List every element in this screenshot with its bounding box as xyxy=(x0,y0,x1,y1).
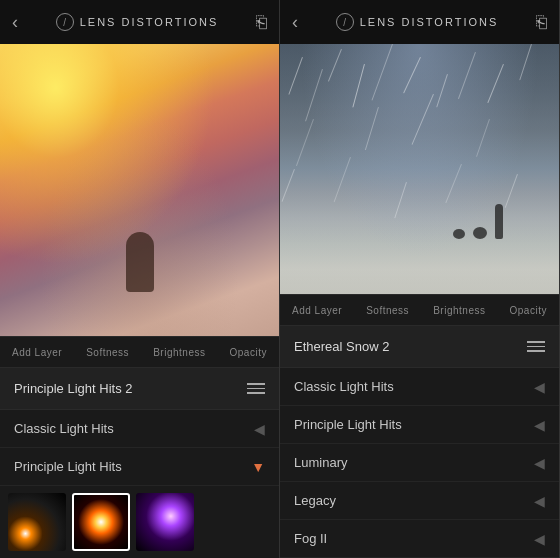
right-dropdown-row[interactable]: Ethereal Snow 2 xyxy=(280,326,559,368)
left-photo-bg xyxy=(0,44,279,336)
snow-6 xyxy=(403,56,421,93)
right-list-label-4: Fog II xyxy=(294,531,327,546)
left-bookmark-button[interactable]: ⎗ xyxy=(256,13,267,31)
right-header-center: / LENS DISTORTIONS xyxy=(336,13,499,31)
right-list-label-0: Classic Light Hits xyxy=(294,379,394,394)
left-panel: ‹ / LENS DISTORTIONS ⎗ Add Layer Softnes… xyxy=(0,0,280,558)
dog1-silhouette xyxy=(453,229,465,239)
right-list-item-1[interactable]: Principle Light Hits ◀ xyxy=(280,406,559,444)
dog2-silhouette xyxy=(473,227,487,239)
snow-10 xyxy=(519,44,532,80)
left-list-label-1: Principle Light Hits xyxy=(14,459,122,474)
left-list-item-1[interactable]: Principle Light Hits ▼ xyxy=(0,448,279,486)
left-menu-line-2 xyxy=(247,388,265,390)
right-list-item-0[interactable]: Classic Light Hits ◀ xyxy=(280,368,559,406)
right-add-layer-button[interactable]: Add Layer xyxy=(292,305,342,316)
right-list-arrow-4: ◀ xyxy=(534,531,545,547)
snow-3 xyxy=(328,49,342,82)
left-add-layer-button[interactable]: Add Layer xyxy=(12,347,62,358)
left-toolbar: Add Layer Softness Brightness Opacity xyxy=(0,336,279,368)
left-softness-button[interactable]: Softness xyxy=(86,347,129,358)
silhouette-group xyxy=(453,204,503,239)
left-list-arrow-1: ▼ xyxy=(251,459,265,475)
snow-8 xyxy=(458,51,476,98)
right-list-arrow-1: ◀ xyxy=(534,417,545,433)
right-list-arrow-3: ◀ xyxy=(534,493,545,509)
snow-16 xyxy=(333,156,350,201)
left-header-center: / LENS DISTORTIONS xyxy=(56,13,219,31)
right-list-item-3[interactable]: Legacy ◀ xyxy=(280,482,559,520)
snow-13 xyxy=(412,94,434,145)
left-header: ‹ / LENS DISTORTIONS ⎗ xyxy=(0,0,279,44)
snow-2 xyxy=(305,69,323,122)
snow-5 xyxy=(371,44,392,101)
right-opacity-button[interactable]: Opacity xyxy=(510,305,547,316)
right-list-arrow-0: ◀ xyxy=(534,379,545,395)
right-menu-line-1 xyxy=(527,341,545,343)
left-list-label-0: Classic Light Hits xyxy=(14,421,114,436)
right-list-item-4[interactable]: Fog II ◀ xyxy=(280,520,559,558)
snow-19 xyxy=(505,174,518,208)
right-brightness-button[interactable]: Brightness xyxy=(433,305,485,316)
person-silhouette xyxy=(495,204,503,239)
snow-1 xyxy=(289,56,304,94)
right-list-item-2[interactable]: Luminary ◀ xyxy=(280,444,559,482)
right-toolbar: Add Layer Softness Brightness Opacity xyxy=(280,294,559,326)
left-opacity-button[interactable]: Opacity xyxy=(230,347,267,358)
snow-4 xyxy=(352,64,365,108)
right-dropdown-label: Ethereal Snow 2 xyxy=(294,339,389,354)
left-back-button[interactable]: ‹ xyxy=(12,13,18,31)
right-back-button[interactable]: ‹ xyxy=(292,13,298,31)
left-menu-line-1 xyxy=(247,383,265,385)
right-menu-line-2 xyxy=(527,346,545,348)
left-list-item-0[interactable]: Classic Light Hits ◀ xyxy=(0,410,279,448)
snow-12 xyxy=(365,106,379,149)
right-menu-icon[interactable] xyxy=(527,341,545,352)
snow-container xyxy=(280,44,559,294)
left-thumb-3[interactable] xyxy=(136,493,194,551)
right-list-label-1: Principle Light Hits xyxy=(294,417,402,432)
left-dropdown-label: Principle Light Hits 2 xyxy=(14,381,133,396)
snow-17 xyxy=(394,181,407,217)
snow-15 xyxy=(281,169,294,202)
right-list-label-3: Legacy xyxy=(294,493,336,508)
right-photo-bg xyxy=(280,44,559,294)
right-app-title: LENS DISTORTIONS xyxy=(360,16,499,28)
right-softness-button[interactable]: Softness xyxy=(366,305,409,316)
snow-9 xyxy=(487,64,504,103)
left-thumb-2[interactable] xyxy=(72,493,130,551)
left-logo-slash: / xyxy=(63,17,66,28)
right-list-label-2: Luminary xyxy=(294,455,347,470)
right-logo-slash: / xyxy=(343,17,346,28)
left-menu-icon[interactable] xyxy=(247,383,265,394)
left-app-title: LENS DISTORTIONS xyxy=(80,16,219,28)
left-thumb-1[interactable] xyxy=(8,493,66,551)
right-menu-line-3 xyxy=(527,350,545,352)
left-logo-icon: / xyxy=(56,13,74,31)
right-list-arrow-2: ◀ xyxy=(534,455,545,471)
right-logo-icon: / xyxy=(336,13,354,31)
right-photo-area xyxy=(280,44,559,294)
left-menu-line-3 xyxy=(247,392,265,394)
snow-14 xyxy=(476,119,490,157)
left-photo-area xyxy=(0,44,279,336)
right-panel: ‹ / LENS DISTORTIONS ⎗ xyxy=(280,0,560,558)
left-brightness-button[interactable]: Brightness xyxy=(153,347,205,358)
right-header: ‹ / LENS DISTORTIONS ⎗ xyxy=(280,0,559,44)
snow-11 xyxy=(296,119,314,166)
right-bookmark-button[interactable]: ⎗ xyxy=(536,13,547,31)
snow-18 xyxy=(446,164,463,203)
left-dropdown-row[interactable]: Principle Light Hits 2 xyxy=(0,368,279,410)
snow-7 xyxy=(437,74,449,108)
left-list-arrow-0: ◀ xyxy=(254,421,265,437)
left-thumbnails xyxy=(0,486,279,558)
